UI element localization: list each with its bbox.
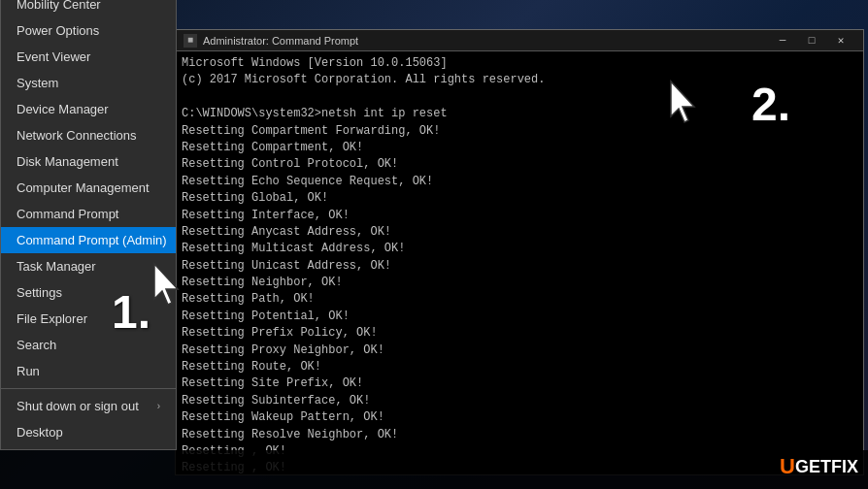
cmd-line: Resetting Unicast Address, OK!: [182, 258, 857, 275]
context-menu: Apps and FeaturesMobility CenterPower Op…: [0, 0, 177, 450]
watermark-rest: GETFIX: [795, 457, 858, 477]
cmd-line: Resetting Route, OK!: [182, 359, 857, 375]
watermark: U GETFIX: [780, 454, 858, 479]
menu-item-label: Command Prompt: [17, 207, 118, 221]
menu-item-label: Disk Management: [17, 154, 118, 169]
taskbar: [0, 450, 868, 489]
menu-item-label: Search: [17, 338, 56, 352]
menu-item-run[interactable]: Run: [1, 358, 176, 384]
menu-item-task-manager[interactable]: Task Manager: [1, 253, 176, 279]
cmd-title: Administrator: Command Prompt: [203, 35, 768, 47]
menu-item-command-prompt-admin[interactable]: Command Prompt (Admin): [1, 227, 176, 253]
menu-item-event-viewer[interactable]: Event Viewer: [1, 44, 176, 70]
menu-item-label: Settings: [17, 285, 62, 300]
menu-item-network-connections[interactable]: Network Connections: [1, 122, 176, 148]
menu-item-label: Device Manager: [17, 102, 109, 116]
menu-item-system[interactable]: System: [1, 70, 176, 96]
menu-item-label: File Explorer: [17, 311, 87, 326]
menu-item-label: Run: [17, 364, 40, 378]
cmd-line: Resetting Anycast Address, OK!: [182, 224, 857, 241]
cmd-titlebar: ■ Administrator: Command Prompt ─ □ ✕: [176, 30, 863, 51]
cmd-line: Resetting Resolve Neighbor, OK!: [182, 427, 857, 443]
menu-item-label: Computer Management: [17, 180, 150, 195]
svg-marker-1: [154, 264, 178, 305]
cmd-line: Resetting Compartment, OK!: [182, 140, 857, 156]
menu-item-label: Command Prompt (Admin): [17, 233, 167, 247]
menu-item-label: Event Viewer: [17, 49, 90, 64]
titlebar-buttons: ─ □ ✕: [768, 30, 855, 51]
cmd-line: Resetting Multicast Address, OK!: [182, 241, 857, 257]
menu-item-device-manager[interactable]: Device Manager: [1, 96, 176, 122]
cmd-line: Resetting Echo Sequence Request, OK!: [182, 174, 857, 190]
desktop: ■ Administrator: Command Prompt ─ □ ✕ Mi…: [0, 0, 868, 489]
close-button[interactable]: ✕: [826, 30, 855, 51]
cmd-line: Resetting Control Protocol, OK!: [182, 156, 857, 173]
cmd-line: Resetting Proxy Neighbor, OK!: [182, 342, 857, 359]
menu-item-label: Mobility Center: [17, 0, 101, 12]
cmd-line: Resetting Interface, OK!: [182, 208, 857, 224]
cmd-line: Resetting Potential, OK!: [182, 309, 857, 325]
step2-cursor: [667, 80, 708, 132]
menu-item-power-options[interactable]: Power Options: [1, 17, 176, 44]
watermark-u: U: [780, 454, 795, 479]
menu-item-label: Desktop: [17, 425, 63, 440]
cmd-line: Resetting Prefix Policy, OK!: [182, 325, 857, 342]
menu-item-label: System: [17, 76, 58, 90]
step2-label: 2.: [751, 78, 790, 131]
cmd-line: Resetting Neighbor, OK!: [182, 275, 857, 291]
cmd-line: Resetting Wakeup Pattern, OK!: [182, 409, 857, 426]
menu-item-label: Network Connections: [17, 128, 137, 143]
minimize-button[interactable]: ─: [768, 30, 797, 51]
menu-item-label: Power Options: [17, 23, 99, 38]
cmd-line: Resetting Path, OK!: [182, 291, 857, 308]
cmd-line: Resetting Site Prefix, OK!: [182, 375, 857, 392]
cmd-line: Resetting Subinterface, OK!: [182, 393, 857, 409]
maximize-button[interactable]: □: [797, 30, 826, 51]
chevron-right-icon: ›: [157, 401, 160, 411]
svg-marker-0: [671, 82, 694, 122]
step1-cursor: [150, 262, 191, 316]
menu-item-computer-management[interactable]: Computer Management: [1, 175, 176, 201]
cmd-icon: ■: [184, 34, 197, 48]
menu-item-label: Shut down or sign out: [17, 399, 139, 413]
menu-item-mobility-center[interactable]: Mobility Center: [1, 0, 176, 17]
menu-item-command-prompt[interactable]: Command Prompt: [1, 201, 176, 227]
menu-item-shut-down[interactable]: Shut down or sign out›: [1, 393, 176, 419]
menu-item-desktop[interactable]: Desktop: [1, 419, 176, 445]
menu-item-label: Task Manager: [17, 259, 96, 274]
menu-item-disk-management[interactable]: Disk Management: [1, 148, 176, 175]
step1-label: 1.: [112, 285, 150, 339]
menu-separator: [1, 388, 176, 389]
cmd-line: Resetting Global, OK!: [182, 190, 857, 207]
cmd-line: Microsoft Windows [Version 10.0.15063]: [182, 55, 857, 72]
